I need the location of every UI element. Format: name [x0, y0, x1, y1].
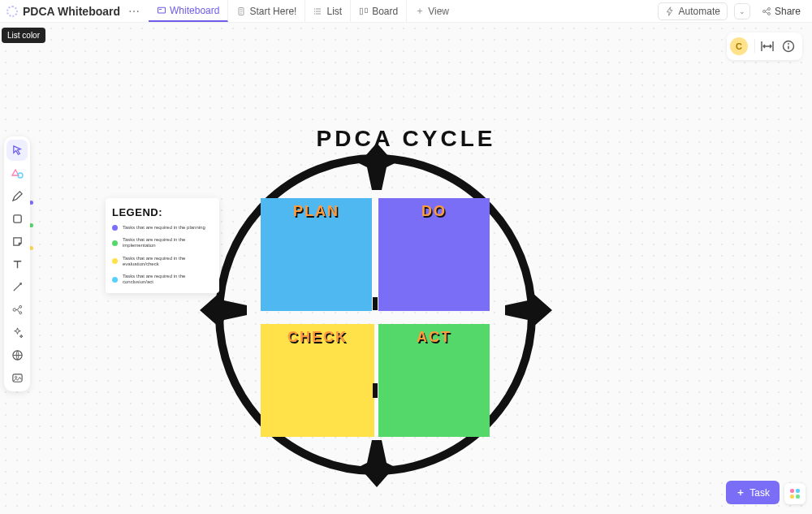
svg-rect-6 [365, 8, 368, 12]
page-title: PDCA Whiteboard [23, 5, 120, 18]
image-icon [11, 372, 24, 384]
quadrant-check-label: CHECK [287, 329, 348, 437]
text-tool[interactable] [6, 253, 28, 274]
sticky-note-icon [11, 235, 24, 248]
more-options-button[interactable]: ⋯ [124, 5, 144, 18]
quadrant-plan-label: PLAN [293, 203, 339, 311]
tab-whiteboard[interactable]: Whiteboard [149, 0, 228, 22]
square-icon [11, 213, 24, 225]
legend-text: Tasks that are required in the implement… [123, 237, 213, 248]
cursor-icon [11, 145, 24, 157]
select-tool[interactable] [6, 140, 28, 161]
automate-label: Automate [679, 6, 720, 17]
automate-button[interactable]: Automate [658, 2, 728, 20]
connector-tool[interactable] [6, 276, 28, 297]
ai-tool[interactable] [6, 322, 28, 343]
tab-board-label: Board [372, 6, 398, 17]
share-label: Share [775, 6, 801, 17]
cycle-arrow-right [503, 292, 552, 328]
cycle-title: PDCA CYCLE [0, 126, 812, 152]
shapes-tool[interactable] [6, 162, 28, 184]
quadrant-act-label: ACT [417, 329, 451, 437]
text-icon [11, 258, 24, 270]
new-task-button[interactable]: ＋ Task [726, 481, 780, 504]
whiteboard-icon [157, 6, 166, 15]
tab-whiteboard-label: Whiteboard [170, 5, 219, 16]
legend-bullet [112, 225, 118, 231]
connector-icon [11, 281, 24, 293]
quadrant-do-label: DO [421, 203, 447, 311]
web-tool[interactable] [6, 344, 28, 365]
apps-button[interactable] [784, 483, 806, 504]
automate-dropdown-button[interactable]: ⌄ [734, 3, 750, 19]
tab-board[interactable]: Board [351, 0, 407, 22]
quadrant-plan[interactable]: PLAN [261, 198, 372, 311]
center-mark [373, 383, 378, 398]
tab-list[interactable]: List [305, 0, 351, 22]
svg-rect-0 [158, 7, 166, 13]
svg-point-9 [767, 12, 770, 15]
quadrant-check[interactable]: CHECK [261, 324, 374, 437]
sparkle-icon [11, 326, 24, 339]
sticky-note-tool[interactable] [6, 231, 28, 252]
pen-icon [11, 190, 24, 202]
fit-width-icon [761, 41, 774, 52]
add-view-button[interactable]: ＋ View [407, 4, 457, 18]
share-button[interactable]: Share [757, 3, 806, 19]
svg-point-15 [19, 305, 21, 308]
rectangle-tool[interactable] [6, 208, 28, 229]
svg-point-14 [13, 308, 15, 310]
list-color-tooltip: List color [2, 28, 45, 43]
quadrant-do[interactable]: DO [378, 198, 490, 311]
canvas-controls: C [727, 32, 802, 60]
info-icon [782, 40, 795, 53]
svg-point-16 [19, 311, 21, 313]
topbar-right: Automate ⌄ Share [658, 2, 806, 20]
add-view-label: View [428, 6, 449, 17]
legend-row: Tasks that are required in the evaluatio… [112, 256, 213, 267]
info-button[interactable] [778, 36, 799, 57]
list-icon [313, 6, 323, 16]
legend-bullet [112, 240, 118, 246]
tab-start-here[interactable]: Start Here! [228, 0, 305, 22]
legend-bullet [112, 277, 118, 283]
tab-list-label: List [326, 6, 342, 17]
mindmap-tool[interactable] [6, 299, 28, 320]
legend-row: Tasks that are required in the conclusio… [112, 274, 213, 285]
globe-icon [11, 349, 24, 361]
avatar[interactable]: C [730, 37, 748, 55]
shapes-icon [11, 166, 24, 179]
tab-start-here-label: Start Here! [249, 6, 296, 17]
board-icon [359, 6, 369, 16]
tool-panel [4, 136, 30, 391]
legend-box[interactable]: LEGEND: Tasks that are required in the p… [106, 198, 219, 293]
view-tabs: Whiteboard Start Here! List Board ＋ View [149, 0, 457, 22]
svg-point-4 [314, 13, 315, 14]
chevron-down-icon: ⌄ [739, 7, 745, 15]
cycle-arrow-left [200, 292, 248, 328]
legend-bullet [112, 258, 118, 264]
apps-grid-icon [790, 489, 800, 499]
share-icon [762, 6, 771, 16]
plus-icon: ＋ [736, 486, 745, 499]
image-tool[interactable] [6, 367, 28, 388]
svg-point-8 [767, 7, 770, 10]
divider [754, 39, 755, 54]
svg-point-2 [314, 8, 315, 9]
lightning-icon [665, 6, 675, 16]
top-bar: PDCA Whiteboard ⋯ Whiteboard Start Here!… [0, 0, 812, 23]
svg-rect-13 [13, 214, 20, 222]
mindmap-icon [11, 304, 24, 316]
quadrant-act[interactable]: ACT [378, 324, 490, 437]
plus-icon: ＋ [415, 4, 425, 18]
legend-text: Tasks that are required in the conclusio… [123, 274, 213, 285]
fit-width-button[interactable] [757, 36, 778, 57]
legend-title: LEGEND: [112, 206, 213, 218]
legend-text: Tasks that are required in the planning [123, 225, 205, 231]
svg-point-3 [314, 11, 315, 11]
center-mark [373, 297, 378, 310]
svg-point-19 [15, 376, 16, 378]
legend-row: Tasks that are required in the planning [112, 225, 213, 231]
legend-row: Tasks that are required in the implement… [112, 237, 213, 248]
pen-tool[interactable] [6, 185, 28, 206]
